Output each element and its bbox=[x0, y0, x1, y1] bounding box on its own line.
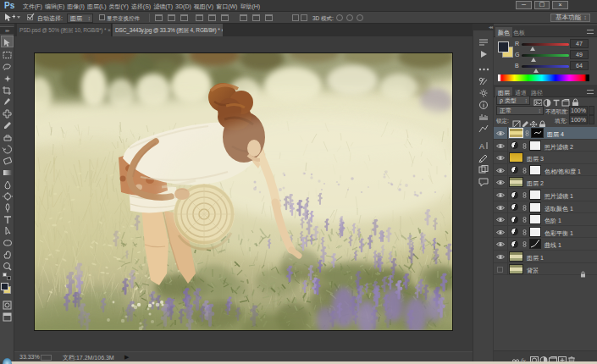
svg-text:A: A bbox=[479, 142, 484, 151]
